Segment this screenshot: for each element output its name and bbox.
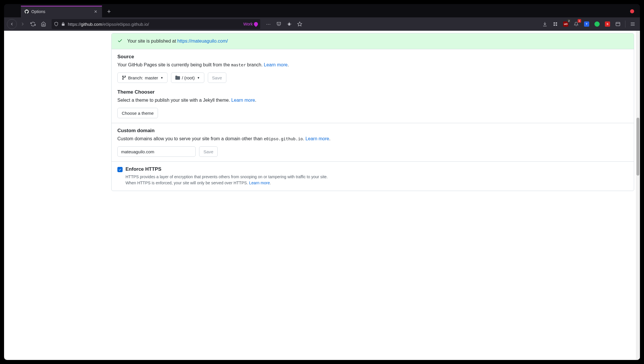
tracking-shield-icon[interactable]: [54, 22, 59, 26]
browser-window: Options × + https://github.com/e0ip: [4, 4, 419, 238]
tab-strip: Options × +: [4, 4, 419, 17]
theme-description: Select a theme to publish your site with…: [117, 97, 419, 104]
custom-domain-description: Custom domains allow you to serve your s…: [117, 135, 419, 142]
enforce-https-section: Enforce HTTPS HTTPS provides a layer of …: [112, 161, 419, 191]
theme-heading: Theme Chooser: [117, 89, 419, 95]
tab-title: Options: [31, 9, 90, 14]
browser-tab[interactable]: Options ×: [21, 6, 102, 17]
svg-marker-4: [298, 22, 302, 26]
browser-toolbar: https://github.com/e0ipso/e0ipso.github.…: [4, 17, 419, 31]
flash-text: Your site is published at https://mateua…: [127, 39, 228, 44]
new-tab-button[interactable]: +: [105, 8, 113, 16]
bug-icon[interactable]: [285, 19, 294, 29]
custom-domain-heading: Custom domain: [117, 128, 419, 134]
https-help-text: HTTPS provides a layer of encryption tha…: [125, 174, 419, 186]
git-branch-icon: [122, 75, 126, 80]
chevron-down-icon: ▼: [161, 76, 163, 79]
source-description: Your GitHub Pages site is currently bein…: [117, 61, 419, 68]
custom-domain-section: Custom domain Custom domains allow you t…: [112, 123, 419, 161]
theme-chooser-section: Theme Chooser Select a theme to publish …: [117, 89, 419, 118]
github-favicon: [24, 9, 29, 14]
container-indicator: Work: [243, 22, 258, 26]
close-tab-icon[interactable]: ×: [93, 9, 99, 15]
check-icon: [117, 38, 123, 44]
container-icon: [253, 21, 259, 27]
enforce-https-checkbox[interactable]: [117, 167, 123, 172]
source-save-button[interactable]: Save: [208, 72, 226, 83]
domain-learn-more-link[interactable]: Learn more: [305, 136, 329, 141]
publish-success-flash: Your site is published at https://mateua…: [112, 33, 419, 49]
branch-select-button[interactable]: Branch: master ▼: [117, 72, 168, 83]
url-bar[interactable]: https://github.com/e0ipso/e0ipso.github.…: [52, 19, 260, 29]
svg-rect-0: [288, 23, 290, 26]
theme-learn-more-link[interactable]: Learn more: [231, 98, 255, 103]
source-section: Source Your GitHub Pages site is current…: [112, 49, 419, 123]
forward-button[interactable]: [18, 19, 27, 29]
https-learn-more-link[interactable]: Learn more: [249, 181, 270, 185]
page-content: Your site is published at https://mateua…: [4, 31, 419, 238]
choose-theme-button[interactable]: Choose a theme: [117, 108, 158, 118]
bookmark-star-icon[interactable]: [295, 19, 304, 29]
back-button[interactable]: [7, 19, 17, 29]
url-text: https://github.com/e0ipso/e0ipso.github.…: [68, 22, 241, 27]
page-actions-icon[interactable]: ⋯: [264, 19, 273, 29]
github-pages-settings: Your site is published at https://mateua…: [111, 33, 419, 191]
checkmark-icon: [118, 168, 122, 171]
pocket-icon[interactable]: [274, 19, 283, 29]
lock-icon[interactable]: [61, 22, 66, 26]
enforce-https-label: Enforce HTTPS: [125, 166, 161, 172]
custom-domain-input[interactable]: [117, 146, 196, 157]
source-heading: Source: [117, 54, 419, 60]
tab-accent: [21, 6, 102, 6]
chevron-down-icon: ▼: [197, 76, 200, 79]
home-button[interactable]: [39, 19, 48, 29]
published-url-link[interactable]: https://mateuaguilo.com/: [177, 39, 228, 43]
folder-select-button[interactable]: / (root) ▼: [171, 72, 204, 83]
source-learn-more-link[interactable]: Learn more: [264, 62, 288, 67]
domain-save-button[interactable]: Save: [199, 146, 218, 157]
reload-button[interactable]: [28, 19, 38, 29]
folder-icon: [175, 75, 180, 80]
